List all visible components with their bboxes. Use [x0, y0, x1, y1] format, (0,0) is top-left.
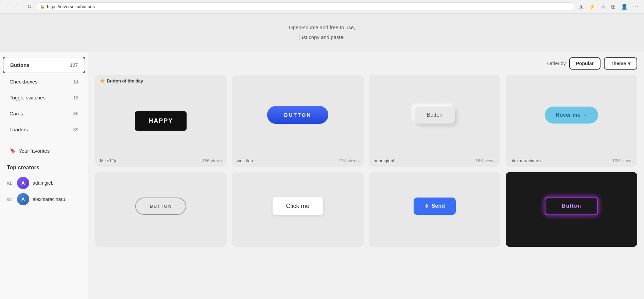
- sidebar-divider: [5, 140, 83, 140]
- card-4-footer: alexmaracinaru 10K views: [506, 155, 637, 167]
- profile-button[interactable]: 👤: [620, 2, 629, 11]
- outline-rounded-button[interactable]: BUTTON: [135, 198, 186, 215]
- favorites-label: Your favorites: [19, 148, 50, 154]
- sidebar-label-cards: Cards: [10, 111, 23, 116]
- card-8-footer: [506, 240, 637, 247]
- creator-rank-1: #1: [7, 181, 14, 186]
- card-4-views: 10K views: [612, 158, 632, 163]
- creator-rank-2: #2: [7, 197, 14, 202]
- card-7: ✈ Send: [369, 172, 501, 247]
- card-7-footer: [369, 240, 501, 247]
- favorites-button[interactable]: ☆: [599, 2, 607, 11]
- sidebar-count-cards: 36: [73, 111, 79, 116]
- order-by-label: Order by: [547, 61, 565, 66]
- sidebar-label-toggle-switches: Toggle switches: [10, 95, 46, 100]
- happy-button[interactable]: HAPPY: [135, 111, 187, 131]
- creator-avatar-1: A: [17, 177, 29, 189]
- card-1-author: Mike11jr: [100, 158, 117, 163]
- card-4: Hover me → alexmaracinaru 10K views: [506, 75, 637, 167]
- order-theme-button[interactable]: Theme ▾: [604, 57, 637, 70]
- sidebar-item-favorites[interactable]: 🔖 Your favorites: [3, 143, 85, 158]
- card-8-preview: Button: [506, 172, 637, 240]
- creator-name-2: alexmaracinaru: [33, 197, 65, 202]
- star-icon: ★: [100, 78, 105, 84]
- card-6: Click me: [232, 172, 364, 247]
- click-me-button[interactable]: Click me: [272, 197, 324, 216]
- card-2-author: westitan: [237, 158, 253, 163]
- card-1-views: 186 views: [202, 158, 222, 163]
- browser-chrome: ← → ↻ 🔒 https://uiverse.io/buttons 𝐀 ⚡ ☆…: [0, 0, 644, 14]
- hero-subtitle-1: Open-source and free to use,: [7, 24, 637, 32]
- card-3-preview: Button: [369, 75, 501, 155]
- theme-label: Theme: [611, 61, 626, 66]
- card-6-footer: [232, 240, 364, 247]
- sidebar-count-loaders: 39: [73, 127, 79, 132]
- creator-item-1[interactable]: #1 A adamgiebl: [7, 175, 81, 191]
- sidebar-item-loaders[interactable]: Loaders 39: [3, 122, 85, 137]
- bookmark-icon: 🔖: [10, 148, 16, 154]
- collections-button[interactable]: ⊞: [610, 2, 617, 11]
- address-bar[interactable]: 🔒 https://uiverse.io/buttons: [36, 2, 575, 11]
- hover-arrow-button[interactable]: Hover me →: [545, 107, 598, 124]
- sidebar: Buttons 127 Checkboxes 14 Toggle switche…: [0, 52, 88, 299]
- card-1-footer: Mike11jr 186 views: [95, 155, 227, 167]
- botd-label: Button of the day: [107, 78, 143, 83]
- forward-button[interactable]: →: [15, 2, 23, 11]
- card-1-preview: HAPPY: [95, 87, 227, 155]
- sidebar-count-buttons: 127: [70, 62, 78, 68]
- card-2-views: 17K views: [338, 158, 359, 163]
- card-5: BUTTON: [95, 172, 227, 247]
- card-3-views: 16K views: [475, 158, 495, 163]
- menu-button[interactable]: ⋯: [632, 2, 640, 11]
- send-label: Send: [432, 203, 445, 209]
- card-8: Button: [506, 172, 637, 247]
- back-button[interactable]: ←: [4, 2, 12, 11]
- neomorphic-button[interactable]: Button: [415, 107, 455, 124]
- card-2-footer: westitan 17K views: [232, 155, 364, 167]
- sidebar-item-toggle-switches[interactable]: Toggle switches 18: [3, 90, 85, 105]
- card-4-author: alexmaracinaru: [510, 158, 541, 163]
- card-4-preview: Hover me →: [506, 75, 637, 155]
- blue-button[interactable]: BUTTON: [267, 106, 328, 124]
- card-6-preview: Click me: [232, 172, 364, 240]
- card-3: Button adamgiebl 16K views: [369, 75, 501, 167]
- extensions-button[interactable]: ⚡: [587, 2, 597, 11]
- card-1: ★ Button of the day HAPPY Mike11jr 186 v…: [95, 75, 227, 167]
- sidebar-item-buttons[interactable]: Buttons 127: [3, 57, 85, 73]
- sidebar-item-checkboxes[interactable]: Checkboxes 14: [3, 74, 85, 89]
- page-wrapper: Open-source and free to use, just copy a…: [0, 14, 644, 299]
- sidebar-item-cards[interactable]: Cards 36: [3, 106, 85, 121]
- card-3-author: adamgiebl: [374, 158, 394, 163]
- lock-icon: 🔒: [40, 4, 45, 9]
- card-5-preview: BUTTON: [95, 172, 227, 240]
- order-bar: Order by Popular Theme ▾: [95, 57, 637, 70]
- top-creators-title: Top creators: [7, 165, 81, 171]
- card-7-preview: ✈ Send: [369, 172, 501, 240]
- creator-avatar-2: A: [17, 193, 29, 205]
- hero-section: Open-source and free to use, just copy a…: [0, 14, 644, 52]
- chevron-down-icon: ▾: [628, 61, 630, 66]
- card-2: BUTTON westitan 17K views: [232, 75, 364, 167]
- content-area: Order by Popular Theme ▾ ★ Button of the…: [88, 52, 644, 299]
- botd-badge: ★ Button of the day: [95, 75, 227, 87]
- sidebar-label-checkboxes: Checkboxes: [10, 79, 38, 85]
- sidebar-count-checkboxes: 14: [73, 79, 79, 85]
- reader-mode-button[interactable]: 𝐀: [578, 2, 585, 11]
- url-text: https://uiverse.io/buttons: [47, 4, 95, 9]
- send-icon: ✈: [424, 203, 429, 209]
- order-popular-button[interactable]: Popular: [569, 57, 601, 70]
- neon-button[interactable]: Button: [545, 197, 598, 215]
- card-grid: ★ Button of the day HAPPY Mike11jr 186 v…: [95, 75, 637, 247]
- refresh-button[interactable]: ↻: [26, 2, 33, 11]
- top-creators-section: Top creators #1 A adamgiebl #2 A alexmar…: [0, 159, 88, 207]
- creator-item-2[interactable]: #2 A alexmaracinaru: [7, 191, 81, 207]
- main-layout: Buttons 127 Checkboxes 14 Toggle switche…: [0, 52, 644, 299]
- card-3-footer: adamgiebl 16K views: [369, 155, 501, 167]
- send-button[interactable]: ✈ Send: [414, 198, 456, 215]
- sidebar-count-toggle-switches: 18: [73, 95, 79, 100]
- hero-subtitle-2: just copy and paste!: [7, 34, 637, 41]
- browser-actions: 𝐀 ⚡ ☆ ⊞ 👤 ⋯: [578, 2, 640, 11]
- card-2-preview: BUTTON: [232, 75, 364, 155]
- sidebar-label-buttons: Buttons: [10, 62, 30, 68]
- sidebar-label-loaders: Loaders: [10, 127, 28, 132]
